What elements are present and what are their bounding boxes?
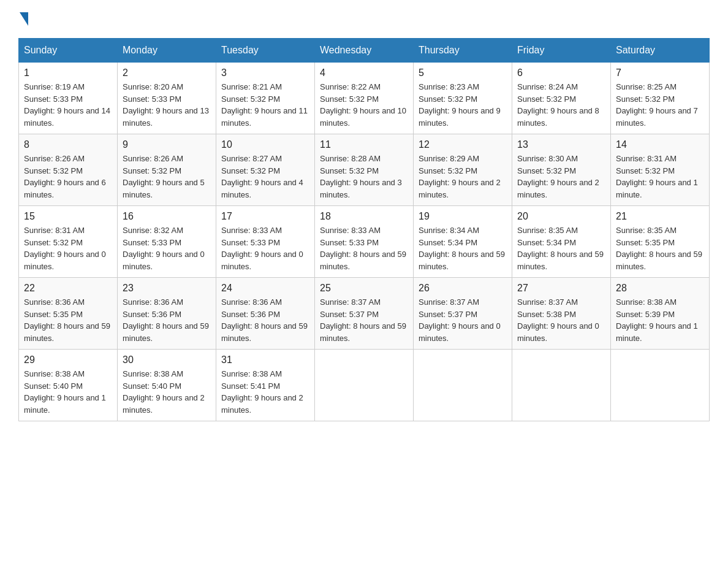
calendar-cell: 8 Sunrise: 8:26 AMSunset: 5:32 PMDayligh… bbox=[19, 134, 118, 206]
col-header-monday: Monday bbox=[118, 39, 216, 63]
week-row-4: 22 Sunrise: 8:36 AMSunset: 5:35 PMDaylig… bbox=[19, 278, 710, 350]
day-number: 24 bbox=[221, 283, 309, 294]
day-number: 11 bbox=[320, 139, 408, 150]
calendar-cell: 29 Sunrise: 8:38 AMSunset: 5:40 PMDaylig… bbox=[19, 350, 118, 421]
day-info: Sunrise: 8:37 AMSunset: 5:37 PMDaylight:… bbox=[320, 297, 406, 343]
day-info: Sunrise: 8:38 AMSunset: 5:40 PMDaylight:… bbox=[24, 369, 106, 415]
day-info: Sunrise: 8:21 AMSunset: 5:32 PMDaylight:… bbox=[221, 82, 308, 128]
calendar-cell: 30 Sunrise: 8:38 AMSunset: 5:40 PMDaylig… bbox=[118, 350, 216, 421]
calendar-cell bbox=[315, 350, 414, 421]
day-number: 8 bbox=[24, 139, 112, 150]
day-info: Sunrise: 8:32 AMSunset: 5:33 PMDaylight:… bbox=[123, 226, 205, 271]
page-header bbox=[18, 12, 710, 26]
col-header-sunday: Sunday bbox=[19, 39, 118, 63]
day-number: 1 bbox=[24, 67, 112, 79]
day-info: Sunrise: 8:31 AMSunset: 5:32 PMDaylight:… bbox=[616, 154, 698, 199]
day-number: 16 bbox=[123, 211, 211, 222]
day-info: Sunrise: 8:36 AMSunset: 5:35 PMDaylight:… bbox=[24, 297, 110, 343]
calendar-cell bbox=[512, 350, 611, 421]
calendar-cell: 2 Sunrise: 8:20 AMSunset: 5:33 PMDayligh… bbox=[118, 63, 216, 134]
day-info: Sunrise: 8:22 AMSunset: 5:32 PMDaylight:… bbox=[320, 82, 406, 128]
calendar-cell: 15 Sunrise: 8:31 AMSunset: 5:32 PMDaylig… bbox=[19, 206, 118, 278]
day-number: 12 bbox=[419, 139, 507, 150]
day-info: Sunrise: 8:20 AMSunset: 5:33 PMDaylight:… bbox=[123, 82, 209, 128]
calendar-cell: 14 Sunrise: 8:31 AMSunset: 5:32 PMDaylig… bbox=[611, 134, 710, 206]
day-info: Sunrise: 8:33 AMSunset: 5:33 PMDaylight:… bbox=[221, 226, 303, 271]
calendar-cell: 12 Sunrise: 8:29 AMSunset: 5:32 PMDaylig… bbox=[414, 134, 512, 206]
day-info: Sunrise: 8:36 AMSunset: 5:36 PMDaylight:… bbox=[221, 297, 308, 343]
col-header-saturday: Saturday bbox=[611, 39, 710, 63]
day-info: Sunrise: 8:38 AMSunset: 5:40 PMDaylight:… bbox=[123, 369, 205, 415]
week-row-1: 1 Sunrise: 8:19 AMSunset: 5:33 PMDayligh… bbox=[19, 63, 710, 134]
day-number: 26 bbox=[419, 283, 507, 294]
calendar-cell bbox=[611, 350, 710, 421]
calendar-cell bbox=[414, 350, 512, 421]
day-info: Sunrise: 8:29 AMSunset: 5:32 PMDaylight:… bbox=[419, 154, 501, 199]
day-number: 29 bbox=[24, 354, 112, 366]
header-row: SundayMondayTuesdayWednesdayThursdayFrid… bbox=[19, 39, 710, 63]
week-row-5: 29 Sunrise: 8:38 AMSunset: 5:40 PMDaylig… bbox=[19, 350, 710, 421]
day-number: 2 bbox=[123, 67, 211, 79]
day-info: Sunrise: 8:34 AMSunset: 5:34 PMDaylight:… bbox=[419, 226, 505, 271]
day-info: Sunrise: 8:19 AMSunset: 5:33 PMDaylight:… bbox=[24, 82, 110, 128]
calendar-cell: 31 Sunrise: 8:38 AMSunset: 5:41 PMDaylig… bbox=[216, 350, 315, 421]
day-number: 31 bbox=[221, 354, 309, 366]
day-info: Sunrise: 8:38 AMSunset: 5:41 PMDaylight:… bbox=[221, 369, 303, 415]
day-info: Sunrise: 8:25 AMSunset: 5:32 PMDaylight:… bbox=[616, 82, 698, 128]
day-info: Sunrise: 8:27 AMSunset: 5:32 PMDaylight:… bbox=[221, 154, 303, 199]
logo bbox=[18, 12, 29, 26]
logo-triangle-icon bbox=[20, 12, 28, 26]
calendar-cell: 28 Sunrise: 8:38 AMSunset: 5:39 PMDaylig… bbox=[611, 278, 710, 350]
calendar-cell: 10 Sunrise: 8:27 AMSunset: 5:32 PMDaylig… bbox=[216, 134, 315, 206]
day-info: Sunrise: 8:23 AMSunset: 5:32 PMDaylight:… bbox=[419, 82, 501, 128]
day-number: 5 bbox=[419, 67, 507, 79]
calendar-cell: 26 Sunrise: 8:37 AMSunset: 5:37 PMDaylig… bbox=[414, 278, 512, 350]
day-info: Sunrise: 8:37 AMSunset: 5:38 PMDaylight:… bbox=[517, 297, 599, 343]
calendar-cell: 21 Sunrise: 8:35 AMSunset: 5:35 PMDaylig… bbox=[611, 206, 710, 278]
col-header-thursday: Thursday bbox=[414, 39, 512, 63]
col-header-tuesday: Tuesday bbox=[216, 39, 315, 63]
day-number: 21 bbox=[616, 211, 704, 222]
calendar-cell: 23 Sunrise: 8:36 AMSunset: 5:36 PMDaylig… bbox=[118, 278, 216, 350]
calendar-cell: 24 Sunrise: 8:36 AMSunset: 5:36 PMDaylig… bbox=[216, 278, 315, 350]
day-info: Sunrise: 8:36 AMSunset: 5:36 PMDaylight:… bbox=[123, 297, 209, 343]
calendar-cell: 22 Sunrise: 8:36 AMSunset: 5:35 PMDaylig… bbox=[19, 278, 118, 350]
day-number: 9 bbox=[123, 139, 211, 150]
day-number: 6 bbox=[517, 67, 605, 79]
day-info: Sunrise: 8:38 AMSunset: 5:39 PMDaylight:… bbox=[616, 297, 698, 343]
day-info: Sunrise: 8:35 AMSunset: 5:35 PMDaylight:… bbox=[616, 226, 702, 271]
week-row-2: 8 Sunrise: 8:26 AMSunset: 5:32 PMDayligh… bbox=[19, 134, 710, 206]
calendar-cell: 6 Sunrise: 8:24 AMSunset: 5:32 PMDayligh… bbox=[512, 63, 611, 134]
day-number: 10 bbox=[221, 139, 309, 150]
day-number: 14 bbox=[616, 139, 704, 150]
calendar-cell: 20 Sunrise: 8:35 AMSunset: 5:34 PMDaylig… bbox=[512, 206, 611, 278]
day-info: Sunrise: 8:28 AMSunset: 5:32 PMDaylight:… bbox=[320, 154, 402, 199]
calendar-cell: 1 Sunrise: 8:19 AMSunset: 5:33 PMDayligh… bbox=[19, 63, 118, 134]
calendar-cell: 3 Sunrise: 8:21 AMSunset: 5:32 PMDayligh… bbox=[216, 63, 315, 134]
day-number: 22 bbox=[24, 283, 112, 294]
calendar-cell: 16 Sunrise: 8:32 AMSunset: 5:33 PMDaylig… bbox=[118, 206, 216, 278]
calendar-cell: 19 Sunrise: 8:34 AMSunset: 5:34 PMDaylig… bbox=[414, 206, 512, 278]
day-number: 25 bbox=[320, 283, 408, 294]
calendar-cell: 27 Sunrise: 8:37 AMSunset: 5:38 PMDaylig… bbox=[512, 278, 611, 350]
day-info: Sunrise: 8:33 AMSunset: 5:33 PMDaylight:… bbox=[320, 226, 406, 271]
day-number: 20 bbox=[517, 211, 605, 222]
day-number: 19 bbox=[419, 211, 507, 222]
day-info: Sunrise: 8:37 AMSunset: 5:37 PMDaylight:… bbox=[419, 297, 501, 343]
day-number: 15 bbox=[24, 211, 112, 222]
day-info: Sunrise: 8:31 AMSunset: 5:32 PMDaylight:… bbox=[24, 226, 106, 271]
col-header-friday: Friday bbox=[512, 39, 611, 63]
week-row-3: 15 Sunrise: 8:31 AMSunset: 5:32 PMDaylig… bbox=[19, 206, 710, 278]
day-number: 13 bbox=[517, 139, 605, 150]
calendar-cell: 18 Sunrise: 8:33 AMSunset: 5:33 PMDaylig… bbox=[315, 206, 414, 278]
calendar-cell: 25 Sunrise: 8:37 AMSunset: 5:37 PMDaylig… bbox=[315, 278, 414, 350]
day-number: 3 bbox=[221, 67, 309, 79]
day-number: 23 bbox=[123, 283, 211, 294]
calendar-cell: 5 Sunrise: 8:23 AMSunset: 5:32 PMDayligh… bbox=[414, 63, 512, 134]
day-info: Sunrise: 8:26 AMSunset: 5:32 PMDaylight:… bbox=[24, 154, 106, 199]
calendar-table: SundayMondayTuesdayWednesdayThursdayFrid… bbox=[18, 38, 710, 421]
day-number: 18 bbox=[320, 211, 408, 222]
day-info: Sunrise: 8:35 AMSunset: 5:34 PMDaylight:… bbox=[517, 226, 604, 271]
day-number: 28 bbox=[616, 283, 704, 294]
day-info: Sunrise: 8:24 AMSunset: 5:32 PMDaylight:… bbox=[517, 82, 599, 128]
